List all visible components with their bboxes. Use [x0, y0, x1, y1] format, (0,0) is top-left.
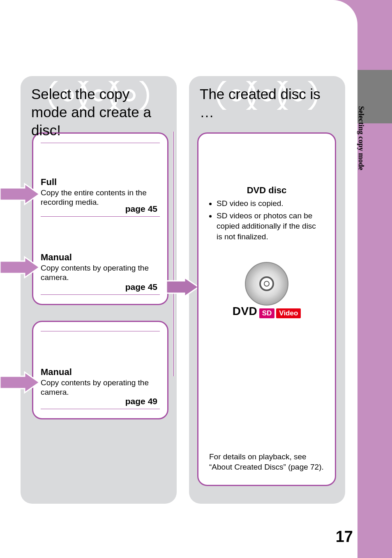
page-reference: page 45 — [125, 282, 157, 292]
page-number: 17 — [336, 528, 353, 546]
result-heading: DVD disc — [198, 134, 335, 196]
result-bullet-list: SD video is copied. SD videos or photos … — [198, 196, 335, 242]
svg-point-14 — [264, 281, 269, 286]
sd-badge: SD — [259, 308, 275, 318]
dvd-disc-figure: DVD SD Video — [226, 261, 308, 318]
copy-mode-box-manual: Manual Copy contents by operating the ca… — [32, 321, 168, 419]
copy-mode-box-full-manual: Full Copy the entire contents in the rec… — [32, 132, 168, 305]
copy-mode-desc: Copy contents by operating the camera. — [41, 377, 160, 397]
flow-arrow-icon — [0, 372, 39, 393]
flow-arrow-icon — [166, 278, 199, 296]
result-bullet: SD videos or photos can be copied additi… — [217, 211, 323, 242]
flow-connector-line — [173, 132, 174, 376]
flow-arrow-icon — [0, 184, 39, 204]
flow-arrow-icon — [0, 257, 39, 278]
page-reference: page 49 — [125, 396, 157, 406]
copy-mode-desc: Copy contents by operating the camera. — [41, 263, 160, 282]
copy-mode-title: Full — [41, 143, 160, 188]
panel-title: Select the copy mode and create a disc! — [21, 76, 177, 143]
dvd-label: DVD — [233, 305, 258, 317]
dvd-disc-icon — [238, 261, 295, 310]
copy-mode-item-manual: Manual Copy contents by operating the ca… — [41, 331, 160, 409]
copy-mode-title: Manual — [41, 217, 160, 263]
page-reference: page 45 — [125, 204, 157, 214]
copy-mode-item-full: Full Copy the entire contents in the rec… — [41, 143, 160, 217]
panel-title: The created disc is … — [189, 76, 345, 125]
copy-mode-item-manual: Manual Copy contents by operating the ca… — [41, 217, 160, 295]
video-badge: Video — [276, 308, 301, 318]
copy-mode-title: Manual — [41, 331, 160, 377]
result-footer-note: For details on playback, see “About Crea… — [209, 451, 324, 472]
result-bullet: SD video is copied. — [217, 198, 323, 209]
created-disc-result-box: DVD disc SD video is copied. SD videos o… — [197, 132, 336, 486]
section-side-label: Selecting copy mode — [357, 106, 365, 170]
